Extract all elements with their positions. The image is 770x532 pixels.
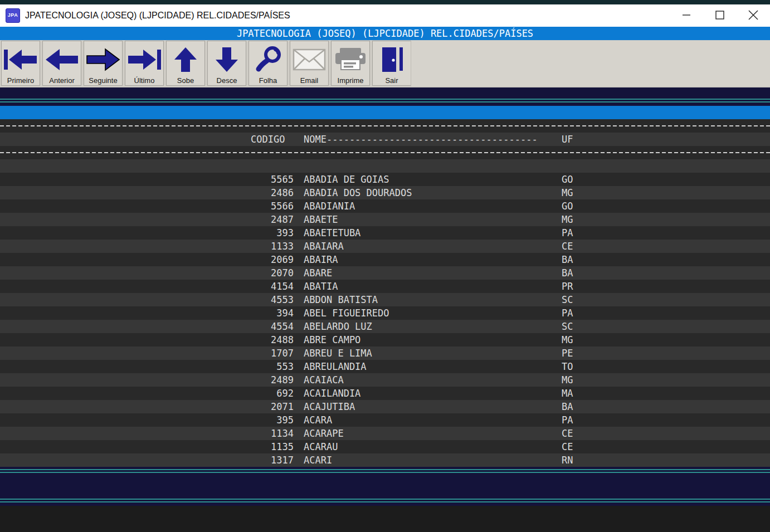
table-row: 2487ABAETEMG: [0, 213, 770, 226]
close-icon: [740, 4, 766, 28]
up-button[interactable]: Sobe: [166, 41, 205, 86]
app-caption-bar: JPATECNOLOGIA (JOSEQ) (LJPCIDADE) REL.CI…: [0, 27, 770, 40]
window-controls: [670, 4, 770, 27]
cell-uf: BA: [562, 400, 573, 413]
toolbar: Primeiro Anterior Seguinte Último Sobe: [0, 40, 770, 87]
down-button[interactable]: Desce: [207, 41, 246, 86]
cell-code: 2488: [243, 333, 294, 346]
table-row: 553ABREULANDIATO: [0, 360, 770, 373]
cell-uf: MG: [562, 373, 573, 387]
column-header-uf: UF: [562, 133, 573, 146]
toolbar-button-label: Anterior: [49, 76, 75, 85]
cell-code: 2487: [243, 213, 294, 226]
cell-code: 553: [243, 360, 294, 373]
cell-name: ABATIA: [304, 280, 338, 293]
print-button[interactable]: Imprime: [331, 41, 370, 86]
magnifier-icon: [249, 42, 287, 76]
cell-code: 1707: [243, 346, 294, 360]
cell-name: ABAETE: [304, 213, 338, 226]
email-button[interactable]: Email: [290, 41, 329, 86]
cell-name: ABREULANDIA: [304, 360, 367, 373]
toolbar-button-label: Desce: [217, 76, 237, 85]
cell-uf: SC: [562, 293, 573, 306]
table-row: 1134ACARAPECE: [0, 427, 770, 440]
cell-code: 5565: [243, 173, 294, 186]
table-row: 1317ACARIRN: [0, 453, 770, 467]
cell-name: ABADIA DOS DOURADOS: [304, 186, 412, 199]
cell-uf: GO: [562, 173, 573, 186]
first-button[interactable]: Primeiro: [1, 41, 40, 86]
cell-code: 2489: [243, 373, 294, 387]
column-header-row: CODIGONOME------------------------------…: [0, 133, 770, 146]
table-row: 2070ABAREBA: [0, 266, 770, 280]
table-row: 1133ABAIARACE: [0, 240, 770, 253]
toolbar-button-label: Seguinte: [89, 76, 117, 85]
table-row: 692ACAILANDIAMA: [0, 387, 770, 400]
table-row: 5566ABADIANIAGO: [0, 199, 770, 213]
last-button[interactable]: Último: [125, 41, 164, 86]
column-header-codigo: CODIGO: [251, 133, 285, 146]
cell-uf: MG: [562, 333, 573, 346]
toolbar-button-label: Sobe: [177, 76, 194, 85]
cell-name: ABDON BATISTA: [304, 293, 378, 306]
cell-code: 1135: [243, 440, 294, 453]
cell-uf: PR: [562, 280, 573, 293]
cell-uf: PA: [562, 306, 573, 320]
arrow-last-icon: [125, 42, 163, 76]
cell-name: ABADIA DE GOIAS: [304, 173, 389, 186]
toolbar-button-label: Último: [134, 76, 155, 85]
cell-uf: BA: [562, 253, 573, 266]
separator-band-bottom: [0, 467, 770, 506]
cell-name: ABAIARA: [304, 240, 344, 253]
previous-button[interactable]: Anterior: [42, 41, 81, 86]
cell-name: ACARI: [304, 453, 332, 467]
table-row: 5565ABADIA DE GOIASGO: [0, 173, 770, 186]
cell-uf: PA: [562, 413, 573, 427]
cell-code: 4553: [243, 293, 294, 306]
cell-uf: PA: [562, 226, 573, 240]
table-row: 4554ABELARDO LUZSC: [0, 320, 770, 333]
cell-uf: RN: [562, 453, 573, 467]
next-button[interactable]: Seguinte: [84, 41, 123, 86]
cell-uf: CE: [562, 427, 573, 440]
cell-name: ACAJUTIBA: [304, 400, 355, 413]
envelope-icon: [290, 42, 328, 76]
cell-code: 4154: [243, 280, 294, 293]
table-row: 393ABAETETUBAPA: [0, 226, 770, 240]
page-button[interactable]: Folha: [248, 41, 287, 86]
cell-name: ACAILANDIA: [304, 387, 360, 400]
cell-code: 1317: [243, 453, 294, 467]
cell-name: ABRE CAMPO: [304, 333, 360, 346]
toolbar-fill-panel: [411, 41, 770, 86]
dashed-separator: [0, 119, 770, 133]
cell-name: ABREU E LIMA: [304, 346, 372, 360]
table-row: 2488ABRE CAMPOMG: [0, 333, 770, 346]
minimize-icon: [674, 4, 699, 28]
maximize-icon: [707, 4, 733, 28]
cell-uf: CE: [562, 240, 573, 253]
cell-code: 1134: [243, 427, 294, 440]
cell-code: 2069: [243, 253, 294, 266]
table-row: 2069ABAIRABA: [0, 253, 770, 266]
toolbar-button-label: Folha: [259, 76, 277, 85]
report-body: CODIGONOME------------------------------…: [0, 119, 770, 467]
maximize-button[interactable]: [703, 4, 737, 27]
arrow-right-icon: [84, 42, 122, 76]
cell-uf: PE: [562, 346, 573, 360]
report-viewer[interactable]: JPA TECNOLOGIA LTDA LISTAGEM DO CADASTRO…: [0, 106, 770, 467]
cell-code: 692: [243, 387, 294, 400]
close-button[interactable]: [737, 4, 770, 27]
cell-uf: MG: [562, 213, 573, 226]
report-header-bar: JPA TECNOLOGIA LTDA LISTAGEM DO CADASTRO…: [0, 106, 770, 119]
cell-name: ABARE: [304, 266, 332, 280]
cell-name: ACARA: [304, 413, 332, 427]
title-left: JPA JPATECNOLOGIA (JOSEQ) (LJPCIDADE) RE…: [0, 8, 290, 23]
cell-code: 5566: [243, 199, 294, 213]
cell-code: 393: [243, 226, 294, 240]
toolbar-button-label: Email: [300, 76, 319, 85]
window-title: JPATECNOLOGIA (JOSEQ) (LJPCIDADE) REL.CI…: [25, 11, 290, 21]
table-row: 4553ABDON BATISTASC: [0, 293, 770, 306]
minimize-button[interactable]: [670, 4, 703, 27]
exit-button[interactable]: Sair: [372, 41, 411, 86]
cell-uf: MA: [562, 387, 573, 400]
